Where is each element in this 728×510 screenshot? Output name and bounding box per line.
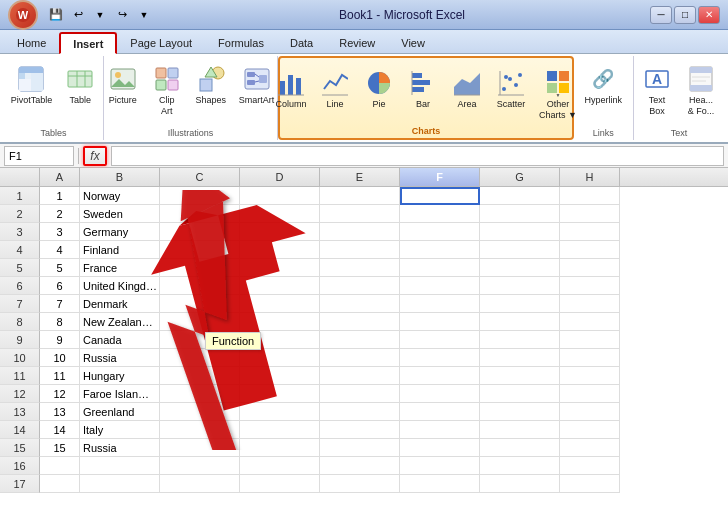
cell-f15[interactable] [400, 439, 480, 457]
cell-g3[interactable] [480, 223, 560, 241]
cell-a5[interactable]: 5 [40, 259, 80, 277]
cell-f2[interactable] [400, 205, 480, 223]
cell-h17[interactable] [560, 475, 620, 493]
cell-b17[interactable] [80, 475, 160, 493]
cell-b5[interactable]: France [80, 259, 160, 277]
cell-d16[interactable] [240, 457, 320, 475]
tab-formulas[interactable]: Formulas [205, 31, 277, 53]
shapes-btn[interactable]: Shapes [190, 60, 232, 109]
bar-chart-btn[interactable]: Bar [402, 64, 444, 113]
cell-g8[interactable] [480, 313, 560, 331]
minimize-btn[interactable]: ─ [650, 6, 672, 24]
cell-f16[interactable] [400, 457, 480, 475]
cell-d5[interactable] [240, 259, 320, 277]
cell-b6[interactable]: United Kingd… [80, 277, 160, 295]
cell-g5[interactable] [480, 259, 560, 277]
cell-h1[interactable] [560, 187, 620, 205]
cell-h4[interactable] [560, 241, 620, 259]
cell-a2[interactable]: 2 [40, 205, 80, 223]
cell-f9[interactable] [400, 331, 480, 349]
cell-e7[interactable] [320, 295, 400, 313]
col-header-d[interactable]: D [240, 168, 320, 186]
tab-insert[interactable]: Insert [59, 32, 117, 54]
cell-g1[interactable] [480, 187, 560, 205]
hyperlink-btn[interactable]: 🔗 Hyperlink [580, 60, 628, 109]
office-button[interactable]: W [8, 0, 38, 30]
cell-g9[interactable] [480, 331, 560, 349]
cell-e6[interactable] [320, 277, 400, 295]
tab-home[interactable]: Home [4, 31, 59, 53]
cell-a15[interactable]: 15 [40, 439, 80, 457]
cell-d6[interactable] [240, 277, 320, 295]
cell-c15[interactable] [160, 439, 240, 457]
tab-data[interactable]: Data [277, 31, 326, 53]
redo-qa-btn[interactable]: ↪ [112, 5, 132, 25]
cell-b11[interactable]: Hungary [80, 367, 160, 385]
tab-review[interactable]: Review [326, 31, 388, 53]
cell-c6[interactable] [160, 277, 240, 295]
scatter-chart-btn[interactable]: Scatter [490, 64, 532, 113]
cell-c7[interactable] [160, 295, 240, 313]
cell-c3[interactable] [160, 223, 240, 241]
cell-f6[interactable] [400, 277, 480, 295]
cell-b16[interactable] [80, 457, 160, 475]
close-btn[interactable]: ✕ [698, 6, 720, 24]
cell-d1[interactable] [240, 187, 320, 205]
cell-g12[interactable] [480, 385, 560, 403]
cell-g11[interactable] [480, 367, 560, 385]
undo-qa-btn[interactable]: ↩ [68, 5, 88, 25]
corner-cell[interactable] [0, 168, 40, 186]
row-header-11[interactable]: 11 [0, 367, 40, 385]
tab-pagelayout[interactable]: Page Layout [117, 31, 205, 53]
cell-b8[interactable]: New Zealan… [80, 313, 160, 331]
cell-d15[interactable] [240, 439, 320, 457]
cell-c16[interactable] [160, 457, 240, 475]
col-header-a[interactable]: A [40, 168, 80, 186]
cell-c4[interactable] [160, 241, 240, 259]
cell-f14[interactable] [400, 421, 480, 439]
cell-h15[interactable] [560, 439, 620, 457]
cell-f4[interactable] [400, 241, 480, 259]
cell-a9[interactable]: 9 [40, 331, 80, 349]
row-header-12[interactable]: 12 [0, 385, 40, 403]
cell-a16[interactable] [40, 457, 80, 475]
cell-c11[interactable] [160, 367, 240, 385]
formula-input[interactable] [111, 146, 724, 166]
maximize-btn[interactable]: □ [674, 6, 696, 24]
cell-e15[interactable] [320, 439, 400, 457]
cell-g2[interactable] [480, 205, 560, 223]
cell-f3[interactable] [400, 223, 480, 241]
cell-e11[interactable] [320, 367, 400, 385]
cell-h7[interactable] [560, 295, 620, 313]
cell-f10[interactable] [400, 349, 480, 367]
cell-g7[interactable] [480, 295, 560, 313]
cell-e3[interactable] [320, 223, 400, 241]
name-box[interactable]: F1 [4, 146, 74, 166]
cell-h13[interactable] [560, 403, 620, 421]
cell-c12[interactable] [160, 385, 240, 403]
cell-c10[interactable] [160, 349, 240, 367]
cell-a4[interactable]: 4 [40, 241, 80, 259]
cell-b3[interactable]: Germany [80, 223, 160, 241]
cell-h16[interactable] [560, 457, 620, 475]
cell-f5[interactable] [400, 259, 480, 277]
cell-a1[interactable]: 1 [40, 187, 80, 205]
cell-d2[interactable] [240, 205, 320, 223]
cell-f12[interactable] [400, 385, 480, 403]
cell-h11[interactable] [560, 367, 620, 385]
cell-a12[interactable]: 12 [40, 385, 80, 403]
cell-c5[interactable] [160, 259, 240, 277]
cell-a13[interactable]: 13 [40, 403, 80, 421]
col-header-f[interactable]: F [400, 168, 480, 186]
cell-h5[interactable] [560, 259, 620, 277]
col-header-b[interactable]: B [80, 168, 160, 186]
textbox-btn[interactable]: A TextBox [636, 60, 678, 120]
col-header-h[interactable]: H [560, 168, 620, 186]
cell-b13[interactable]: Greenland [80, 403, 160, 421]
cell-e12[interactable] [320, 385, 400, 403]
cell-c13[interactable] [160, 403, 240, 421]
column-chart-btn[interactable]: Column [270, 64, 312, 113]
cell-f11[interactable] [400, 367, 480, 385]
cell-b1[interactable]: Norway [80, 187, 160, 205]
row-header-15[interactable]: 15 [0, 439, 40, 457]
